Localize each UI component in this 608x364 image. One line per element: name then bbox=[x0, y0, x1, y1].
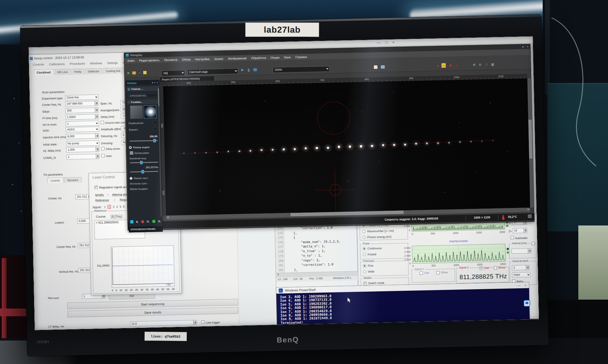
wavenumber-radio[interactable] bbox=[362, 230, 365, 233]
collapse-icon[interactable]: ▸ bbox=[522, 45, 524, 48]
tab[interactable]: Parity bbox=[71, 69, 85, 75]
signal-option[interactable]: 4 bbox=[116, 205, 118, 208]
continuous-radio[interactable] bbox=[363, 247, 366, 250]
editor-code-line[interactable]: "correction": 1.0 bbox=[286, 262, 333, 267]
steps-stepper[interactable] bbox=[95, 108, 98, 113]
scroll-right-icon[interactable]: ► bbox=[527, 208, 530, 211]
reference-link[interactable]: Reference bbox=[95, 198, 109, 202]
editor-code-line[interactable]: "mode_num": [0,1,2,3, bbox=[286, 239, 341, 244]
menu-item[interactable]: Опции bbox=[270, 56, 279, 59]
menu-item[interactable]: Справка bbox=[295, 55, 307, 59]
autocal-unit-select[interactable]: Days bbox=[512, 272, 531, 277]
signal1-show-checkbox[interactable] bbox=[436, 271, 439, 274]
center-freq-stepper[interactable] bbox=[95, 101, 98, 106]
resolution-box[interactable] bbox=[153, 120, 157, 124]
close-icon[interactable]: × bbox=[525, 283, 527, 287]
editor-code-line[interactable]: "n_from" : 1, bbox=[286, 249, 326, 253]
ground-state-cooling-checkbox[interactable] bbox=[101, 121, 104, 124]
menu-item[interactable]: Обзор bbox=[182, 58, 191, 61]
exposure-slider[interactable] bbox=[130, 162, 158, 163]
scroll-left-icon[interactable]: ◄ bbox=[277, 273, 279, 276]
mode-dropdown[interactable]: МД bbox=[162, 70, 185, 76]
interval-input[interactable] bbox=[512, 248, 528, 254]
comg-n-stepper[interactable] bbox=[96, 154, 99, 159]
menu-item[interactable]: Controls bbox=[33, 63, 44, 66]
status-corner-icon[interactable] bbox=[528, 214, 531, 218]
menu-item[interactable]: Захват bbox=[214, 57, 224, 61]
minimize-icon[interactable]: — bbox=[376, 40, 380, 45]
menu-item[interactable]: Windows bbox=[90, 61, 102, 65]
close-icon[interactable]: × bbox=[392, 40, 395, 44]
inj-delay-input[interactable]: 1,000 bbox=[66, 147, 96, 152]
signal2-use-checkbox[interactable] bbox=[479, 266, 483, 270]
zoom-out-icon[interactable]: ⊖ bbox=[478, 62, 482, 67]
menu-item[interactable]: Settings bbox=[107, 61, 118, 65]
gain-slider[interactable] bbox=[130, 140, 158, 142]
snapshot-icon[interactable] bbox=[253, 68, 257, 71]
lt-delay-input[interactable]: 11,0 bbox=[130, 320, 194, 327]
injection-time-stepper[interactable] bbox=[96, 133, 99, 139]
menu-item[interactable]: Редактировать bbox=[139, 58, 159, 62]
tab[interactable]: Seculars bbox=[64, 177, 81, 183]
notification-chat-icon[interactable] bbox=[524, 300, 530, 306]
close-icon[interactable]: × bbox=[156, 81, 158, 84]
signal-option[interactable]: 2 bbox=[107, 205, 111, 209]
autocal-input[interactable]: 2 bbox=[512, 265, 526, 270]
signal-option[interactable]: 3 bbox=[113, 205, 115, 209]
fine-radio[interactable] bbox=[363, 264, 366, 267]
ion-to-scan-select[interactable]: 1 bbox=[66, 121, 99, 126]
autocal-stepper[interactable] bbox=[526, 265, 529, 270]
exposure-fine-slider[interactable] bbox=[130, 171, 158, 172]
pin-icon[interactable]: ▪ bbox=[154, 81, 155, 84]
automatic-checkbox[interactable] bbox=[511, 236, 514, 239]
aod-select[interactable]: AOD1 bbox=[66, 127, 99, 132]
menu-item[interactable]: Просмотр bbox=[164, 58, 178, 61]
zoom-in-icon[interactable]: ⊕ bbox=[472, 63, 476, 67]
save-results-button[interactable]: Save results bbox=[67, 307, 238, 318]
stark-checkbox[interactable] bbox=[102, 154, 105, 157]
wide-radio[interactable] bbox=[363, 270, 366, 273]
k-button-icon[interactable] bbox=[130, 220, 133, 223]
tab[interactable]: Clockline2 bbox=[34, 69, 54, 75]
lt-delay-stepper[interactable] bbox=[194, 320, 197, 325]
frame-type-dropdown[interactable]: Светлый кадр bbox=[187, 68, 238, 75]
thumbnail-window[interactable] bbox=[130, 105, 143, 119]
interval-stepper[interactable] bbox=[528, 248, 531, 253]
experiment-type-select[interactable]: Clock line bbox=[65, 95, 98, 100]
switch-mode-checkbox[interactable] bbox=[363, 282, 367, 285]
menu-item[interactable]: Настройка bbox=[195, 57, 210, 61]
course-unit[interactable]: [f] [THz] bbox=[110, 214, 123, 219]
format-box[interactable] bbox=[153, 127, 157, 131]
photon-energy-radio[interactable] bbox=[362, 236, 365, 239]
trigger-mode-radio[interactable] bbox=[129, 177, 132, 180]
row2-input[interactable]: 10 bbox=[512, 228, 524, 233]
minimize-icon[interactable]: — bbox=[517, 284, 520, 287]
signal2-show-checkbox[interactable] bbox=[494, 266, 497, 269]
color-picker-icon[interactable]: ∴ bbox=[484, 62, 489, 67]
editor-code-line[interactable]: }, bbox=[286, 231, 297, 235]
editor-code-line[interactable]: { bbox=[286, 236, 295, 239]
dropdown-icon[interactable]: ▾ bbox=[152, 81, 153, 84]
editor-code-line[interactable]: }, bbox=[286, 268, 298, 272]
menu-item[interactable]: Calibrations bbox=[49, 62, 65, 66]
inj-delay-stepper[interactable] bbox=[96, 147, 99, 152]
k-button-label[interactable]: К. bbox=[136, 220, 138, 223]
modify-link[interactable]: Modify bbox=[95, 193, 104, 197]
video-mode-radio[interactable] bbox=[129, 146, 132, 149]
close-icon[interactable]: × bbox=[527, 45, 528, 48]
play-icon[interactable]: ▶ bbox=[126, 71, 131, 75]
line-trigger-checkbox[interactable] bbox=[201, 320, 205, 324]
menu-item[interactable]: Изображение bbox=[228, 56, 247, 60]
powershell-output[interactable]: Ion 3, AOD 1: 198209963.0Ion 4, AOD 1: 1… bbox=[276, 288, 530, 325]
editor-code-line[interactable]: "reps": 3, bbox=[286, 258, 320, 262]
camera-panel-header[interactable]: Камера ▾ ▪ × bbox=[126, 80, 159, 85]
grid-icon[interactable]: ▦ bbox=[490, 62, 495, 66]
center-freq-input[interactable]: 247 888 800 bbox=[65, 101, 95, 107]
menu-item[interactable]: Файл bbox=[127, 59, 135, 62]
o-button-icon[interactable] bbox=[152, 220, 155, 223]
regulation-signal-checkbox[interactable] bbox=[94, 186, 98, 189]
initial-state-select[interactable]: No pump bbox=[66, 141, 99, 146]
row2-stepper[interactable] bbox=[524, 228, 527, 233]
signal-option[interactable]: 5 bbox=[120, 205, 121, 208]
signal-option[interactable]: 6 bbox=[123, 205, 125, 208]
